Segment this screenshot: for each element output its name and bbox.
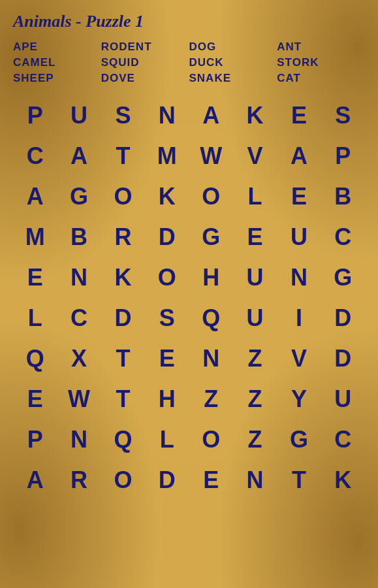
word-item: DUCK [189, 56, 277, 69]
grid-cell[interactable]: N [57, 257, 101, 298]
grid-cell[interactable]: T [101, 379, 145, 419]
word-item: SHEEP [13, 72, 101, 85]
word-item: DOVE [101, 72, 189, 85]
grid-cell[interactable]: E [13, 257, 57, 298]
grid-cell[interactable]: M [145, 136, 189, 176]
grid-cell[interactable]: A [277, 136, 321, 176]
grid-cell[interactable]: T [101, 338, 145, 379]
word-item: APE [13, 41, 101, 54]
word-item: ANT [277, 41, 365, 54]
grid-cell[interactable]: G [189, 217, 233, 257]
letter-grid: PUSNAKESCATMWVAPAGOKOLEBMBRDGEUCENKOHUNG… [13, 95, 365, 500]
grid-cell[interactable]: D [321, 298, 365, 338]
word-item: DOG [189, 41, 277, 54]
grid-cell[interactable]: C [57, 298, 101, 338]
grid-cell[interactable]: G [57, 176, 101, 217]
grid-cell[interactable]: B [57, 217, 101, 257]
grid-cell[interactable]: U [57, 95, 101, 136]
grid-cell[interactable]: K [321, 460, 365, 500]
grid-cell[interactable]: E [145, 338, 189, 379]
word-item: CAMEL [13, 56, 101, 69]
grid-cell[interactable]: O [189, 176, 233, 217]
grid-cell[interactable]: E [189, 460, 233, 500]
grid-cell[interactable]: C [321, 419, 365, 460]
grid-cell[interactable]: O [145, 257, 189, 298]
grid-cell[interactable]: V [233, 136, 277, 176]
grid-cell[interactable]: E [277, 176, 321, 217]
grid-cell[interactable]: A [13, 176, 57, 217]
grid-cell[interactable]: E [277, 95, 321, 136]
grid-cell[interactable]: C [321, 217, 365, 257]
word-item: RODENT [101, 41, 189, 54]
grid-cell[interactable]: D [101, 298, 145, 338]
grid-cell[interactable]: A [57, 136, 101, 176]
grid-cell[interactable]: R [57, 460, 101, 500]
grid-cell[interactable]: V [277, 338, 321, 379]
grid-cell[interactable]: T [101, 136, 145, 176]
grid-cell[interactable]: L [145, 419, 189, 460]
word-list: APERODENTDOGANTCAMELSQUIDDUCKSTORKSHEEPD… [13, 41, 365, 85]
grid-cell[interactable]: U [233, 257, 277, 298]
grid-cell[interactable]: Y [277, 379, 321, 419]
grid-cell[interactable]: S [321, 95, 365, 136]
grid-cell[interactable]: D [145, 217, 189, 257]
grid-cell[interactable]: K [145, 176, 189, 217]
grid-cell[interactable]: D [145, 460, 189, 500]
word-item: CAT [277, 72, 365, 85]
grid-cell[interactable]: K [101, 257, 145, 298]
grid-cell[interactable]: D [321, 338, 365, 379]
grid-cell[interactable]: W [189, 136, 233, 176]
grid-cell[interactable]: G [321, 257, 365, 298]
grid-cell[interactable]: K [233, 95, 277, 136]
grid-cell[interactable]: Z [233, 338, 277, 379]
grid-cell[interactable]: L [13, 298, 57, 338]
grid-cell[interactable]: Q [13, 338, 57, 379]
grid-cell[interactable]: N [189, 338, 233, 379]
grid-cell[interactable]: N [145, 95, 189, 136]
grid-cell[interactable]: Q [101, 419, 145, 460]
grid-cell[interactable]: P [13, 419, 57, 460]
grid-cell[interactable]: Z [189, 379, 233, 419]
grid-cell[interactable]: L [233, 176, 277, 217]
grid-cell[interactable]: O [101, 176, 145, 217]
grid-cell[interactable]: S [101, 95, 145, 136]
grid-cell[interactable]: E [13, 379, 57, 419]
grid-cell[interactable]: P [13, 95, 57, 136]
content-area: Animals - Puzzle 1 APERODENTDOGANTCAMELS… [0, 0, 378, 507]
grid-cell[interactable]: C [13, 136, 57, 176]
grid-cell[interactable]: R [101, 217, 145, 257]
grid-cell[interactable]: S [145, 298, 189, 338]
page-container: Animals - Puzzle 1 APERODENTDOGANTCAMELS… [0, 0, 378, 588]
grid-cell[interactable]: E [233, 217, 277, 257]
grid-cell[interactable]: Z [233, 379, 277, 419]
grid-cell[interactable]: X [57, 338, 101, 379]
grid-cell[interactable]: P [321, 136, 365, 176]
word-item: SQUID [101, 56, 189, 69]
grid-cell[interactable]: I [277, 298, 321, 338]
grid-cell[interactable]: M [13, 217, 57, 257]
grid-cell[interactable]: W [57, 379, 101, 419]
grid-cell[interactable]: H [189, 257, 233, 298]
grid-cell[interactable]: U [321, 379, 365, 419]
page-title: Animals - Puzzle 1 [13, 12, 365, 31]
grid-cell[interactable]: N [233, 460, 277, 500]
grid-cell[interactable]: A [13, 460, 57, 500]
grid-cell[interactable]: B [321, 176, 365, 217]
grid-cell[interactable]: G [277, 419, 321, 460]
grid-cell[interactable]: A [189, 95, 233, 136]
grid-cell[interactable]: Z [233, 419, 277, 460]
grid-cell[interactable]: N [57, 419, 101, 460]
grid-cell[interactable]: T [277, 460, 321, 500]
grid-cell[interactable]: U [233, 298, 277, 338]
grid-cell[interactable]: U [277, 217, 321, 257]
grid-cell[interactable]: N [277, 257, 321, 298]
word-item: SNAKE [189, 72, 277, 85]
grid-cell[interactable]: O [101, 460, 145, 500]
grid-cell[interactable]: O [189, 419, 233, 460]
grid-cell[interactable]: Q [189, 298, 233, 338]
grid-cell[interactable]: H [145, 379, 189, 419]
word-item: STORK [277, 56, 365, 69]
